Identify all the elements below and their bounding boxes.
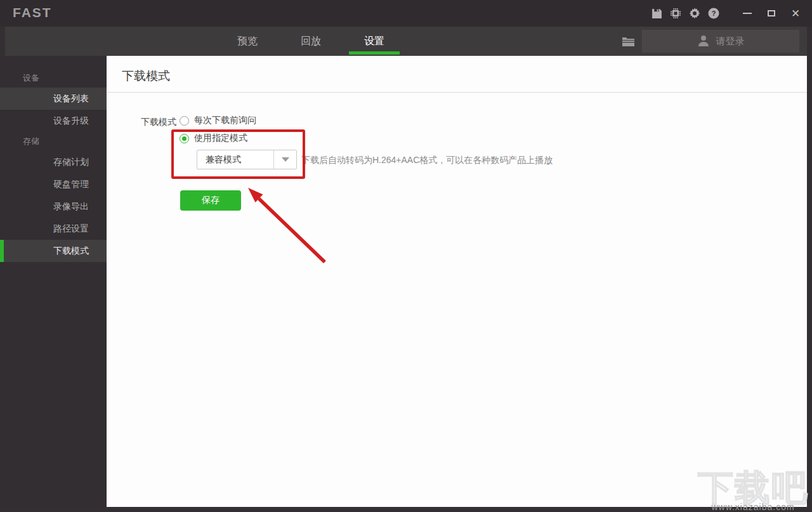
tab-settings[interactable]: 设置 xyxy=(343,27,406,56)
help-icon[interactable]: ? xyxy=(707,6,721,20)
main-content: 下载模式 下载模式 每次下载前询问 使用指定模式 兼容模式 下载后自动转码为H.… xyxy=(107,56,807,507)
sidebar-item-disk-management[interactable]: 硬盘管理 xyxy=(0,173,107,195)
mode-dropdown-value: 兼容模式 xyxy=(197,154,273,166)
chip-icon[interactable] xyxy=(669,6,683,20)
save-layout-icon[interactable] xyxy=(650,6,664,20)
save-button[interactable]: 保存 xyxy=(180,190,241,211)
sidebar-section-storage: 存储 xyxy=(0,132,107,151)
tab-playback[interactable]: 回放 xyxy=(279,27,343,56)
sidebar: 设备 设备列表 设备升级 存储 存储计划 硬盘管理 录像导出 路径设置 下载模式 xyxy=(0,56,107,507)
app-logo: FAST xyxy=(13,6,52,20)
title-divider xyxy=(108,92,807,93)
login-button[interactable]: 请登录 xyxy=(642,30,799,53)
radio-use-specified-mode[interactable]: 使用指定模式 xyxy=(180,133,247,144)
sidebar-section-device: 设备 xyxy=(0,69,107,88)
sidebar-item-device-list[interactable]: 设备列表 xyxy=(0,88,107,110)
radio-circle-checked[interactable] xyxy=(180,134,189,143)
app-window: FAST xyxy=(0,0,812,512)
mode-dropdown[interactable]: 兼容模式 xyxy=(197,150,297,169)
folder-icon[interactable] xyxy=(622,27,634,56)
svg-text:?: ? xyxy=(712,10,716,17)
sidebar-item-device-upgrade[interactable]: 设备升级 xyxy=(0,110,107,132)
body: 设备 设备列表 设备升级 存储 存储计划 硬盘管理 录像导出 路径设置 下载模式… xyxy=(0,56,812,507)
sidebar-item-path-settings[interactable]: 路径设置 xyxy=(0,218,107,240)
radio-label: 使用指定模式 xyxy=(194,133,247,144)
close-button[interactable]: ✕ xyxy=(788,6,803,21)
transcode-hint: 下载后自动转码为H.264+AAC格式，可以在各种数码产品上播放 xyxy=(301,155,553,166)
chevron-down-icon[interactable] xyxy=(273,150,296,169)
titlebar: FAST xyxy=(0,0,812,27)
login-label: 请登录 xyxy=(716,36,745,48)
download-mode-label: 下载模式 xyxy=(141,117,176,128)
radio-circle-unchecked[interactable] xyxy=(180,116,189,126)
main-tabs: 预览 回放 设置 xyxy=(216,27,406,56)
radio-label: 每次下载前询问 xyxy=(194,115,256,126)
maximize-button[interactable] xyxy=(764,6,779,21)
tab-preview[interactable]: 预览 xyxy=(216,27,279,56)
sidebar-item-storage-plan[interactable]: 存储计划 xyxy=(0,151,107,173)
user-icon xyxy=(697,34,710,49)
radio-ask-before-download[interactable]: 每次下载前询问 xyxy=(180,115,256,126)
gear-icon[interactable] xyxy=(688,6,702,20)
sidebar-item-download-mode[interactable]: 下载模式 xyxy=(0,240,107,262)
page-title: 下载模式 xyxy=(122,68,170,84)
tabbar: 预览 回放 设置 请登录 xyxy=(5,27,807,56)
bottom-frame xyxy=(0,507,812,512)
sidebar-item-recording-export[interactable]: 录像导出 xyxy=(0,195,107,218)
minimize-button[interactable] xyxy=(740,6,755,21)
